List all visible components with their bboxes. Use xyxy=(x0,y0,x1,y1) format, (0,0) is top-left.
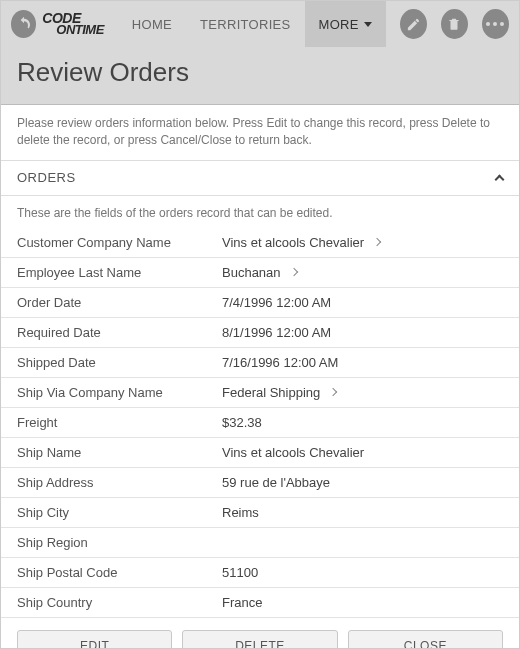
field-value: Vins et alcools Chevalier xyxy=(222,445,364,460)
field-ship-city: Ship City Reims xyxy=(1,498,519,528)
field-required-date: Required Date 8/1/1996 12:00 AM xyxy=(1,318,519,348)
field-label: Ship Country xyxy=(17,595,222,610)
chevron-right-icon xyxy=(289,268,297,276)
nav-home[interactable]: HOME xyxy=(118,1,186,47)
nav-territories[interactable]: TERRITORIES xyxy=(186,1,304,47)
field-label: Ship Via Company Name xyxy=(17,385,222,400)
nav-more[interactable]: MORE xyxy=(305,1,386,47)
trash-icon xyxy=(447,17,461,31)
caret-down-icon xyxy=(364,22,372,27)
field-value-link[interactable]: Federal Shipping xyxy=(222,385,336,400)
app-logo: CODE ONTIME xyxy=(42,13,104,36)
chevron-right-icon xyxy=(329,388,337,396)
field-ship-name: Ship Name Vins et alcools Chevalier xyxy=(1,438,519,468)
field-value: 7/4/1996 12:00 AM xyxy=(222,295,331,310)
field-value-text: Federal Shipping xyxy=(222,385,320,400)
delete-icon-button[interactable] xyxy=(441,9,468,39)
field-label: Ship Postal Code xyxy=(17,565,222,580)
field-shipped-date: Shipped Date 7/16/1996 12:00 AM xyxy=(1,348,519,378)
close-button[interactable]: CLOSE xyxy=(348,630,503,649)
field-value: $32.38 xyxy=(222,415,262,430)
field-label: Freight xyxy=(17,415,222,430)
field-value: 7/16/1996 12:00 AM xyxy=(222,355,338,370)
field-order-date: Order Date 7/4/1996 12:00 AM xyxy=(1,288,519,318)
field-label: Shipped Date xyxy=(17,355,222,370)
edit-icon-button[interactable] xyxy=(400,9,427,39)
field-ship-region: Ship Region xyxy=(1,528,519,558)
field-value: 59 rue de l'Abbaye xyxy=(222,475,330,490)
page-instructions: Please review orders information below. … xyxy=(1,105,519,161)
section-description: These are the fields of the orders recor… xyxy=(1,196,519,228)
section-title: ORDERS xyxy=(17,170,76,185)
field-label: Customer Company Name xyxy=(17,235,222,250)
field-ship-address: Ship Address 59 rue de l'Abbaye xyxy=(1,468,519,498)
footer-actions: EDIT DELETE CLOSE xyxy=(1,618,519,649)
page-title: Review Orders xyxy=(1,47,519,104)
field-value-link[interactable]: Buchanan xyxy=(222,265,297,280)
fields-list: Customer Company Name Vins et alcools Ch… xyxy=(1,228,519,618)
field-value-text: Buchanan xyxy=(222,265,281,280)
pencil-icon xyxy=(406,17,421,32)
field-value-link[interactable]: Vins et alcools Chevalier xyxy=(222,235,380,250)
field-label: Ship Name xyxy=(17,445,222,460)
field-label: Ship City xyxy=(17,505,222,520)
field-label: Ship Region xyxy=(17,535,222,550)
more-icon-button[interactable] xyxy=(482,9,509,39)
nav-more-label: MORE xyxy=(319,17,359,32)
field-ship-via-company-name: Ship Via Company Name Federal Shipping xyxy=(1,378,519,408)
field-employee-last-name: Employee Last Name Buchanan xyxy=(1,258,519,288)
edit-button[interactable]: EDIT xyxy=(17,630,172,649)
field-ship-country: Ship Country France xyxy=(1,588,519,618)
back-button[interactable] xyxy=(11,10,36,38)
chevron-up-icon xyxy=(496,169,503,187)
field-value-text: Vins et alcools Chevalier xyxy=(222,235,364,250)
dots-horizontal-icon xyxy=(486,22,504,26)
section-header-orders[interactable]: ORDERS xyxy=(1,161,519,196)
field-label: Ship Address xyxy=(17,475,222,490)
field-label: Required Date xyxy=(17,325,222,340)
chevron-right-icon xyxy=(373,238,381,246)
top-nav: HOME TERRITORIES MORE xyxy=(118,1,386,47)
field-value: 8/1/1996 12:00 AM xyxy=(222,325,331,340)
field-value: 51100 xyxy=(222,565,258,580)
field-value: France xyxy=(222,595,262,610)
field-label: Order Date xyxy=(17,295,222,310)
field-customer-company-name: Customer Company Name Vins et alcools Ch… xyxy=(1,228,519,258)
field-ship-postal-code: Ship Postal Code 51100 xyxy=(1,558,519,588)
field-value: Reims xyxy=(222,505,259,520)
delete-button[interactable]: DELETE xyxy=(182,630,337,649)
logo-line2: ONTIME xyxy=(56,24,104,35)
field-freight: Freight $32.38 xyxy=(1,408,519,438)
header-bar: CODE ONTIME HOME TERRITORIES MORE Review… xyxy=(1,1,519,105)
back-arrow-icon xyxy=(16,16,32,32)
field-label: Employee Last Name xyxy=(17,265,222,280)
